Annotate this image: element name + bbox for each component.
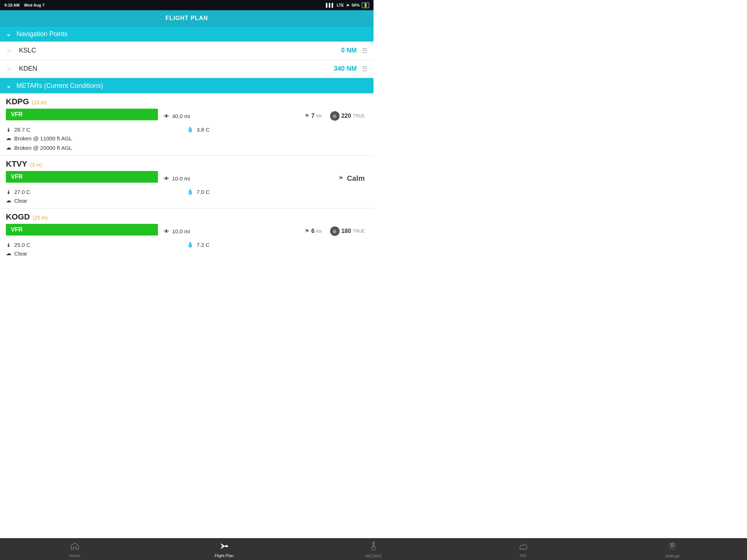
ktvy-temp-col: 🌡 27.0 C <box>6 189 187 195</box>
metar-section-label: METARs (Current Conditions) <box>16 82 103 90</box>
kogd-wind-unit: kts <box>316 229 322 234</box>
kogd-header: KOGD (25 m) <box>6 212 368 222</box>
kdpg-dew-icon: 💧 <box>187 126 194 133</box>
battery-level: 50% <box>352 3 360 7</box>
kdpg-vis-icon: 👁 <box>164 113 169 119</box>
status-time: 9:18 AM <box>4 3 20 7</box>
kogd-visibility: 10.0 mi <box>172 228 190 234</box>
kogd-dew-icon: 💧 <box>187 241 194 248</box>
kogd-temp-col: 🌡 25.0 C <box>6 242 187 248</box>
kdpg-cloud-row-2: ☁ Broken @ 20000 ft AGL <box>6 144 368 152</box>
metar-chevron-icon: ⌄ <box>6 82 11 90</box>
kogd-dew-col: 💧 7.2 C <box>187 241 368 248</box>
ktvy-vfr-bar: VFR <box>6 171 158 183</box>
ktvy-age: (3 m) <box>30 162 42 168</box>
ktvy-temp-row: 🌡 27.0 C 💧 7.0 C <box>6 188 368 195</box>
ktvy-dew-col: 💧 7.0 C <box>187 188 368 195</box>
nav-code-kslc: KSLC <box>19 47 341 54</box>
reorder-icon-kslc[interactable]: ☰ <box>362 47 368 54</box>
ktvy-code: KTVY <box>6 159 27 169</box>
kogd-wind-dir-label: TRUE <box>353 229 365 234</box>
kdpg-cloud-icon-2: ☁ <box>6 144 11 151</box>
metar-section-header[interactable]: ⌄ METARs (Current Conditions) <box>0 78 374 93</box>
kdpg-temp: 28.7 C <box>14 127 30 133</box>
kdpg-header: KDPG (23 m) <box>6 97 368 106</box>
kdpg-dewpoint: 3.8 C <box>197 127 210 133</box>
kogd-wind-speed: 6 <box>311 228 314 234</box>
kdpg-code: KDPG <box>6 97 29 106</box>
kogd-code: KOGD <box>6 212 30 222</box>
kdpg-wind-speed: 7 <box>311 113 314 119</box>
nav-distance-kslc: 0 NM <box>341 47 357 54</box>
nav-row-kden[interactable]: → KDEN 340 NM ☰ <box>0 60 374 78</box>
nav-section-header[interactable]: ⌄ Navigation Points <box>0 26 374 42</box>
kogd-temp-row: 🌡 25.0 C 💧 7.2 C <box>6 241 368 248</box>
ktvy-dewpoint: 7.0 C <box>197 189 210 195</box>
ktvy-temp-icon: 🌡 <box>6 189 11 195</box>
kogd-temp-icon: 🌡 <box>6 242 11 248</box>
metar-station-ktvy: KTVY (3 m) VFR 👁 10.0 mi ⚑ Calm 🌡 27.0 C… <box>0 156 374 209</box>
kogd-vis-icon: 👁 <box>164 228 169 234</box>
kdpg-age: (23 m) <box>32 100 47 105</box>
nav-chevron-icon: ⌄ <box>6 30 11 38</box>
kdpg-cloud-row-1: ☁ Broken @ 11000 ft AGL <box>6 134 368 142</box>
kdpg-cloud-2: Broken @ 20000 ft AGL <box>14 145 72 151</box>
ktvy-cloud-row: ☁ Clear <box>6 197 368 205</box>
kdpg-vfr-bar: VFR <box>6 109 158 120</box>
kdpg-temp-icon: 🌡 <box>6 127 11 133</box>
app-header: FLIGHT PLAN <box>0 10 374 26</box>
kdpg-temp-row: 🌡 28.7 C 💧 3.8 C <box>6 126 368 133</box>
kogd-vfr-bar: VFR <box>6 224 158 236</box>
kdpg-cloud-1: Broken @ 11000 ft AGL <box>14 135 72 141</box>
ktvy-cloud-1: Clear <box>14 198 27 204</box>
ktvy-flag-icon: ⚑ <box>338 175 343 182</box>
kdpg-visibility: 40.0 mi <box>172 113 190 119</box>
status-date: Wed Aug 7 <box>24 3 44 7</box>
kogd-compass-icon: ⊘ <box>330 226 340 236</box>
kdpg-wind-dir: 220 <box>341 113 351 119</box>
main-content: ⌄ Navigation Points → KSLC 0 NM ☰ → KDEN… <box>0 26 374 258</box>
kogd-dewpoint: 7.2 C <box>197 242 210 248</box>
kdpg-compass-icon: ⊘ <box>330 111 340 121</box>
reorder-icon-kden[interactable]: ☰ <box>362 66 368 72</box>
ktvy-vis-icon: 👁 <box>164 175 169 182</box>
kogd-temp: 25.0 C <box>14 242 30 248</box>
status-bar: 9:18 AM Wed Aug 7 ▌▌▌ LTE ➤ 50% 🔋 <box>0 0 374 10</box>
ktvy-header: KTVY (3 m) <box>6 159 368 169</box>
nav-arrow-icon: → <box>6 47 13 54</box>
ktvy-dew-icon: 💧 <box>187 188 194 195</box>
nav-code-kden: KDEN <box>19 65 334 73</box>
kogd-flag-icon: ⚑ <box>305 228 309 234</box>
nav-distance-kden: 340 NM <box>334 65 357 73</box>
battery-icon: 🔋 <box>362 3 369 8</box>
metar-station-kogd: KOGD (25 m) VFR 👁 10.0 mi ⚑ 6 kts ⊘ 180 … <box>0 209 374 258</box>
ktvy-visibility: 10.0 mi <box>172 175 190 182</box>
status-right: ▌▌▌ LTE ➤ 50% 🔋 <box>326 3 369 8</box>
kdpg-wind-dir-label: TRUE <box>353 113 365 118</box>
location-icon: ➤ <box>346 3 349 8</box>
ktvy-wind-calm: Calm <box>347 174 365 183</box>
kogd-age: (25 m) <box>33 215 47 221</box>
ktvy-temp: 27.0 C <box>14 189 30 195</box>
metar-station-kdpg: KDPG (23 m) VFR 👁 40.0 mi ⚑ 7 kts ⊘ 220 … <box>0 93 374 156</box>
nav-section-label: Navigation Points <box>16 30 67 38</box>
kogd-cloud-row: ☁ Clear <box>6 249 368 257</box>
kogd-cloud-1: Clear <box>14 250 27 257</box>
kdpg-temp-col: 🌡 28.7 C <box>6 127 187 133</box>
kogd-wind-dir: 180 <box>341 228 351 234</box>
app-header-title: FLIGHT PLAN <box>166 15 208 22</box>
network-type: LTE <box>337 3 344 7</box>
kdpg-flag-icon: ⚑ <box>305 113 309 119</box>
signal-icon: ▌▌▌ <box>326 3 334 7</box>
kdpg-dew-col: 💧 3.8 C <box>187 126 368 133</box>
status-left: 9:18 AM Wed Aug 7 <box>4 3 44 7</box>
kogd-cloud-icon: ☁ <box>6 250 11 257</box>
nav-row-kslc[interactable]: → KSLC 0 NM ☰ <box>0 42 374 60</box>
kdpg-wind-unit: kts <box>316 113 322 118</box>
kdpg-cloud-icon-1: ☁ <box>6 135 11 141</box>
nav-arrow-icon-2: → <box>6 66 13 72</box>
ktvy-cloud-icon: ☁ <box>6 197 11 204</box>
